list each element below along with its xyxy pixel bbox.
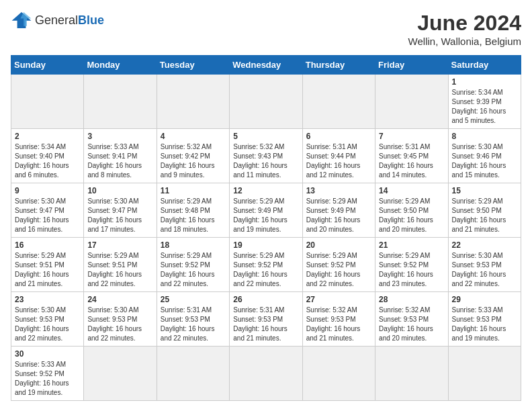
calendar-day-cell: 8Sunrise: 5:30 AM Sunset: 9:46 PM Daylig… — [448, 129, 521, 183]
calendar-day-cell: 13Sunrise: 5:29 AM Sunset: 9:49 PM Dayli… — [302, 183, 375, 238]
day-number: 24 — [87, 295, 152, 304]
calendar-day-cell — [230, 75, 302, 129]
day-number: 17 — [87, 240, 152, 250]
calendar-day-cell — [302, 347, 375, 401]
calendar-day-cell — [157, 75, 229, 129]
day-number: 14 — [379, 186, 444, 195]
day-number: 8 — [452, 132, 517, 141]
calendar-day-cell: 27Sunrise: 5:32 AM Sunset: 9:53 PM Dayli… — [302, 292, 375, 347]
calendar-day-cell: 30Sunrise: 5:33 AM Sunset: 9:52 PM Dayli… — [11, 347, 84, 401]
day-info: Sunrise: 5:31 AM Sunset: 9:45 PM Dayligh… — [379, 142, 444, 180]
day-info: Sunrise: 5:30 AM Sunset: 9:46 PM Dayligh… — [452, 142, 517, 180]
calendar-day-cell: 3Sunrise: 5:33 AM Sunset: 9:41 PM Daylig… — [84, 129, 157, 183]
day-number: 2 — [15, 132, 80, 141]
calendar-week-row: 9Sunrise: 5:30 AM Sunset: 9:47 PM Daylig… — [11, 183, 521, 238]
day-number: 25 — [161, 295, 226, 304]
calendar-day-cell — [11, 75, 84, 129]
calendar-day-cell — [375, 347, 448, 401]
day-number: 23 — [15, 295, 80, 304]
day-number: 22 — [452, 240, 517, 250]
day-number: 30 — [15, 349, 80, 359]
day-info: Sunrise: 5:29 AM Sunset: 9:50 PM Dayligh… — [379, 197, 444, 234]
calendar-day-cell: 9Sunrise: 5:30 AM Sunset: 9:47 PM Daylig… — [11, 183, 84, 238]
day-number: 29 — [452, 295, 517, 304]
weekday-header-monday: Monday — [84, 56, 157, 75]
calendar-table: SundayMondayTuesdayWednesdayThursdayFrid… — [11, 55, 521, 401]
day-info: Sunrise: 5:30 AM Sunset: 9:53 PM Dayligh… — [87, 306, 152, 343]
day-info: Sunrise: 5:30 AM Sunset: 9:47 PM Dayligh… — [87, 197, 152, 234]
calendar-day-cell: 28Sunrise: 5:32 AM Sunset: 9:53 PM Dayli… — [375, 292, 448, 347]
day-number: 7 — [379, 132, 444, 141]
calendar-week-row: 16Sunrise: 5:29 AM Sunset: 9:51 PM Dayli… — [11, 238, 521, 292]
calendar-day-cell: 25Sunrise: 5:31 AM Sunset: 9:53 PM Dayli… — [157, 292, 229, 347]
location-subtitle: Wellin, Wallonia, Belgium — [408, 36, 521, 47]
day-info: Sunrise: 5:29 AM Sunset: 9:51 PM Dayligh… — [15, 251, 80, 289]
day-number: 18 — [161, 240, 226, 250]
day-number: 10 — [87, 186, 152, 195]
day-number: 19 — [233, 240, 298, 250]
day-number: 20 — [306, 240, 371, 250]
calendar-day-cell — [230, 347, 302, 401]
calendar-day-cell: 4Sunrise: 5:32 AM Sunset: 9:42 PM Daylig… — [157, 129, 229, 183]
day-number: 3 — [87, 132, 152, 141]
calendar-day-cell: 14Sunrise: 5:29 AM Sunset: 9:50 PM Dayli… — [375, 183, 448, 238]
calendar-day-cell: 6Sunrise: 5:31 AM Sunset: 9:44 PM Daylig… — [302, 129, 375, 183]
day-info: Sunrise: 5:31 AM Sunset: 9:53 PM Dayligh… — [233, 306, 298, 343]
calendar-day-cell: 19Sunrise: 5:29 AM Sunset: 9:52 PM Dayli… — [230, 238, 302, 292]
day-info: Sunrise: 5:33 AM Sunset: 9:52 PM Dayligh… — [15, 360, 80, 398]
svg-marker-0 — [12, 12, 32, 28]
weekday-header-thursday: Thursday — [302, 56, 375, 75]
day-number: 13 — [306, 186, 371, 195]
day-number: 26 — [233, 295, 298, 304]
weekday-header-friday: Friday — [375, 56, 448, 75]
calendar-day-cell: 26Sunrise: 5:31 AM Sunset: 9:53 PM Dayli… — [230, 292, 302, 347]
calendar-week-row: 23Sunrise: 5:30 AM Sunset: 9:53 PM Dayli… — [11, 292, 521, 347]
calendar-day-cell: 12Sunrise: 5:29 AM Sunset: 9:49 PM Dayli… — [230, 183, 302, 238]
day-info: Sunrise: 5:34 AM Sunset: 9:40 PM Dayligh… — [15, 142, 80, 180]
day-info: Sunrise: 5:29 AM Sunset: 9:49 PM Dayligh… — [306, 197, 371, 234]
calendar-week-row: 30Sunrise: 5:33 AM Sunset: 9:52 PM Dayli… — [11, 347, 521, 401]
day-info: Sunrise: 5:32 AM Sunset: 9:53 PM Dayligh… — [379, 306, 444, 343]
calendar-week-row: 1Sunrise: 5:34 AM Sunset: 9:39 PM Daylig… — [11, 75, 521, 129]
calendar-day-cell: 24Sunrise: 5:30 AM Sunset: 9:53 PM Dayli… — [84, 292, 157, 347]
calendar-day-cell: 11Sunrise: 5:29 AM Sunset: 9:48 PM Dayli… — [157, 183, 229, 238]
day-info: Sunrise: 5:33 AM Sunset: 9:41 PM Dayligh… — [87, 142, 152, 180]
day-info: Sunrise: 5:33 AM Sunset: 9:53 PM Dayligh… — [452, 306, 517, 343]
calendar-day-cell — [302, 75, 375, 129]
day-number: 15 — [452, 186, 517, 195]
day-info: Sunrise: 5:29 AM Sunset: 9:52 PM Dayligh… — [161, 251, 226, 289]
day-number: 21 — [379, 240, 444, 250]
day-info: Sunrise: 5:30 AM Sunset: 9:53 PM Dayligh… — [15, 306, 80, 343]
day-info: Sunrise: 5:29 AM Sunset: 9:50 PM Dayligh… — [452, 197, 517, 234]
calendar-day-cell: 20Sunrise: 5:29 AM Sunset: 9:52 PM Dayli… — [302, 238, 375, 292]
calendar-day-cell: 22Sunrise: 5:30 AM Sunset: 9:53 PM Dayli… — [448, 238, 521, 292]
day-number: 4 — [161, 132, 226, 141]
day-info: Sunrise: 5:32 AM Sunset: 9:53 PM Dayligh… — [306, 306, 371, 343]
calendar-day-cell — [448, 347, 521, 401]
logo-text: GeneralBlue — [35, 13, 104, 28]
page-header: GeneralBlue June 2024 Wellin, Wallonia, … — [11, 11, 521, 47]
day-info: Sunrise: 5:29 AM Sunset: 9:52 PM Dayligh… — [233, 251, 298, 289]
title-area: June 2024 Wellin, Wallonia, Belgium — [408, 11, 521, 47]
day-info: Sunrise: 5:29 AM Sunset: 9:49 PM Dayligh… — [233, 197, 298, 234]
day-number: 9 — [15, 186, 80, 195]
calendar-day-cell: 10Sunrise: 5:30 AM Sunset: 9:47 PM Dayli… — [84, 183, 157, 238]
weekday-header-sunday: Sunday — [11, 56, 84, 75]
calendar-day-cell: 5Sunrise: 5:32 AM Sunset: 9:43 PM Daylig… — [230, 129, 302, 183]
calendar-day-cell — [84, 347, 157, 401]
weekday-header-wednesday: Wednesday — [230, 56, 302, 75]
weekday-header-row: SundayMondayTuesdayWednesdayThursdayFrid… — [11, 56, 521, 75]
generalblue-logo-icon — [11, 11, 32, 30]
calendar-day-cell: 29Sunrise: 5:33 AM Sunset: 9:53 PM Dayli… — [448, 292, 521, 347]
calendar-day-cell: 1Sunrise: 5:34 AM Sunset: 9:39 PM Daylig… — [448, 75, 521, 129]
day-number: 6 — [306, 132, 371, 141]
weekday-header-tuesday: Tuesday — [157, 56, 229, 75]
day-number: 16 — [15, 240, 80, 250]
calendar-day-cell: 2Sunrise: 5:34 AM Sunset: 9:40 PM Daylig… — [11, 129, 84, 183]
day-info: Sunrise: 5:29 AM Sunset: 9:52 PM Dayligh… — [379, 251, 444, 289]
logo: GeneralBlue — [11, 11, 104, 30]
day-number: 12 — [233, 186, 298, 195]
calendar-day-cell: 15Sunrise: 5:29 AM Sunset: 9:50 PM Dayli… — [448, 183, 521, 238]
day-number: 27 — [306, 295, 371, 304]
day-number: 1 — [452, 77, 517, 87]
